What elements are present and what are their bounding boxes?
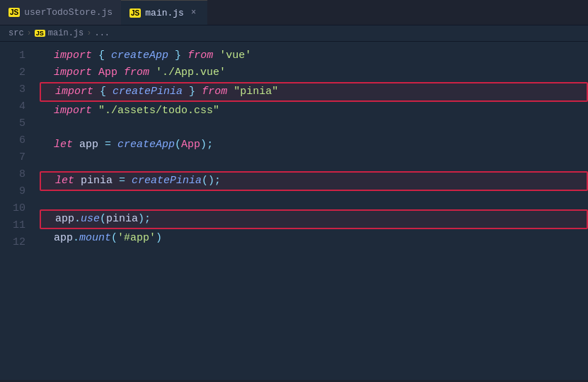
kw-let-2: let: [55, 173, 74, 190]
fn-createPinia-1: createPinia: [113, 83, 183, 100]
line-num-11: 11: [6, 217, 25, 234]
line-num-10: 10: [6, 200, 25, 217]
line-num-6: 6: [6, 132, 25, 149]
tab-bar: JS userTodoStore.js JS main.js ×: [0, 0, 588, 25]
line-num-12: 12: [6, 234, 25, 251]
kw-from-3: from: [202, 83, 227, 100]
kw-import-1: import: [54, 47, 92, 64]
kw-import-4: import: [54, 103, 92, 120]
var-app-2: app: [54, 230, 73, 247]
js-icon-breadcrumb: JS: [35, 30, 45, 37]
line-num-1: 1: [6, 47, 25, 64]
line-num-7: 7: [6, 149, 25, 166]
breadcrumb: src › JS main.js › ...: [0, 25, 588, 42]
kw-from-1: from: [188, 47, 213, 64]
str-vue: 'vue': [219, 47, 251, 64]
code-line-11: app . mount ( '#app' ): [40, 230, 588, 247]
fn-mount: mount: [79, 230, 111, 247]
code-line-1: import { createApp } from 'vue': [40, 47, 588, 64]
kw-import-2: import: [54, 64, 92, 81]
fn-use: use: [81, 211, 100, 228]
var-App-2: App: [181, 137, 200, 154]
line-num-5: 5: [6, 115, 25, 132]
code-line-2: import App from './App.vue': [40, 64, 588, 81]
code-line-5: [40, 120, 588, 137]
fn-createPinia-2: createPinia: [132, 173, 202, 190]
editor: 1 2 3 4 5 6 7 8 9 10 11 12 import { crea…: [0, 42, 588, 380]
tab-userTodoStore[interactable]: JS userTodoStore.js: [0, 0, 121, 25]
kw-let-1: let: [54, 137, 73, 154]
breadcrumb-mainjs: main.js: [48, 28, 83, 38]
kw-from-2: from: [124, 64, 149, 81]
tab-label-userTodoStore: userTodoStore.js: [24, 7, 113, 18]
line-numbers: 1 2 3 4 5 6 7 8 9 10 11 12: [0, 42, 34, 380]
var-App: App: [98, 64, 117, 81]
code-line-7: [40, 154, 588, 170]
js-icon-tab1: JS: [8, 8, 20, 17]
var-app-1: app: [55, 211, 74, 228]
fn-createApp-1: createApp: [111, 47, 168, 64]
str-css: "./assets/todo.css": [98, 103, 219, 120]
js-icon-tab2: JS: [129, 8, 141, 18]
tab-close-button[interactable]: ×: [188, 6, 199, 19]
line-num-3: 3: [6, 81, 25, 98]
tab-label-main: main.js: [145, 8, 184, 18]
line-num-9: 9: [6, 183, 25, 200]
breadcrumb-sep2: ›: [86, 28, 91, 38]
kw-import-3: import: [55, 83, 93, 100]
str-appvue: './App.vue': [156, 64, 226, 81]
code-line-9: [40, 192, 588, 209]
code-line-6: let app = createApp ( App ) ;: [40, 137, 588, 154]
fn-createApp-2: createApp: [117, 137, 175, 154]
code-line-8: let pinia = createPinia () ;: [40, 171, 588, 191]
code-line-12: [40, 247, 588, 264]
tab-main[interactable]: JS main.js ×: [121, 0, 207, 25]
line-num-8: 8: [6, 166, 25, 183]
str-hash-app: '#app': [117, 230, 156, 247]
line-num-4: 4: [6, 98, 25, 115]
line-num-2: 2: [6, 64, 25, 81]
str-pinia: "pinia": [234, 83, 278, 100]
breadcrumb-src: src: [8, 28, 24, 38]
code-line-10: app . use ( pinia ) ;: [40, 209, 588, 229]
breadcrumb-ellipsis: ...: [94, 28, 110, 38]
code-area: import { createApp } from 'vue' import A…: [34, 42, 588, 380]
breadcrumb-sep1: ›: [27, 28, 32, 38]
code-line-4: import "./assets/todo.css": [40, 103, 588, 120]
code-line-3: import { createPinia } from "pinia": [40, 82, 588, 102]
